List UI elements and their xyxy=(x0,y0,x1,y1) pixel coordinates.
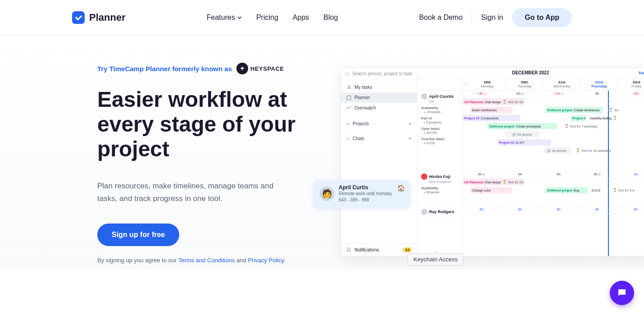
person-1-name: April Courtis xyxy=(429,94,454,99)
p1h4: +2h xyxy=(617,91,644,99)
add-chat-icon[interactable]: + xyxy=(408,135,412,142)
p2h0: 0h xyxy=(463,171,501,179)
p2-avail-l: Availability: xyxy=(421,186,458,190)
task-ux-chat[interactable]: UX PlanneraChat design⏳4h/d for 20 workd… xyxy=(463,99,524,105)
task-meta-5h7: ⏳5h/d for 7 workdays xyxy=(563,123,644,129)
p1-open-v: 30/150 xyxy=(426,131,437,135)
ss-days-header: ‹ 19thMonday 20thTuesday 21stWednsday 22… xyxy=(417,78,644,91)
svg-point-0 xyxy=(346,72,349,75)
nav-apps[interactable]: Apps xyxy=(293,14,309,22)
task-def-wire[interactable]: Defferent projectCreate wireframes xyxy=(545,107,603,113)
search-icon xyxy=(345,72,350,76)
person-3-name: Ray Rodgers xyxy=(429,210,454,214)
ss-today-button[interactable]: Today xyxy=(638,71,644,75)
p2-task-bug[interactable]: Defferent projectBug xyxy=(545,187,588,193)
p2-hours: 0h 0h 0h 0h 3h xyxy=(463,171,644,179)
task-components[interactable]: Project #3Components xyxy=(463,115,520,121)
logo-text: Planner xyxy=(89,12,126,23)
p3h3: 8h xyxy=(578,206,617,214)
chevron-down-icon xyxy=(346,137,350,141)
day-3: 22ndThursday xyxy=(581,78,618,90)
float-line2: 543 - 385 - 990 xyxy=(339,197,392,203)
p1-part-v: 5 projects xyxy=(426,120,442,124)
ss-person-side: April Courtis UX Availability: • -6h/wee… xyxy=(417,91,463,256)
task-board-wf[interactable]: Board wireframes xyxy=(470,107,512,113)
hero-visual: Search person, project or task My tasks … xyxy=(340,63,644,270)
p2h1: 0h xyxy=(501,171,540,179)
task-meta-2h10: ⏳2h/d for 10 workdays xyxy=(574,147,644,154)
nav-pricing[interactable]: Pricing xyxy=(256,14,278,22)
ss-mytasks-label: My tasks xyxy=(354,85,372,90)
keychain-tooltip: Keychain Access xyxy=(408,253,463,265)
p1h1: 0h xyxy=(501,91,540,99)
day-2: 21stWednsday xyxy=(544,78,581,90)
ss-main: DECEMBER 2022 Today ‹ 19thMonday 20thTue… xyxy=(417,68,644,256)
heyspace-icon: ✦ xyxy=(236,63,248,74)
task-uikit[interactable]: Project #3UI KIT xyxy=(497,139,551,146)
lock-icon xyxy=(547,149,550,152)
logo[interactable]: Planner xyxy=(72,11,126,24)
add-project-icon[interactable]: + xyxy=(408,120,412,127)
chevron-down-icon xyxy=(237,16,242,19)
avatar xyxy=(421,93,427,100)
ss-planner[interactable]: Planner xyxy=(341,92,417,103)
heyspace-badge: ✦ HEYSPACE xyxy=(236,63,284,74)
go-to-app-button[interactable]: Go to App xyxy=(512,8,572,27)
task-proto[interactable]: Defferent projectCreate prototypes xyxy=(488,123,557,129)
task-meta-2h: ⏳2h/ xyxy=(607,107,644,113)
ss-planner-label: Planner xyxy=(354,95,370,100)
day-1: 20thTuesday xyxy=(506,78,544,90)
p3-hours: 8h 8h 8h 8h 8h xyxy=(463,206,644,214)
agree-and: and xyxy=(235,257,248,264)
p3h2: 8h xyxy=(540,206,578,214)
task-noaccess-1: No access xyxy=(505,131,540,137)
float-name: April Curtis xyxy=(339,184,392,191)
task-usability[interactable]: Usability testing⏳ xyxy=(588,115,644,121)
signup-button[interactable]: Sign up for free xyxy=(97,224,179,246)
ss-overwatch[interactable]: Overwatch xyxy=(341,103,417,113)
p2-task-color[interactable]: Change color xyxy=(470,187,512,193)
ss-chats-section[interactable]: Chats + xyxy=(341,132,417,145)
svg-rect-5 xyxy=(347,96,351,100)
task-proj-frag[interactable]: Project # xyxy=(571,115,586,121)
float-line1: Remote work until monday xyxy=(339,191,392,197)
ss-notifications[interactable]: Notifications 12 xyxy=(341,243,417,256)
agree-prefix: By signing up you agree to our xyxy=(97,257,178,264)
person-2-name: Hiroko Fuji xyxy=(429,174,450,179)
nav-features[interactable]: Features xyxy=(207,14,242,22)
terms-link[interactable]: Terms and Conditions xyxy=(178,257,235,264)
hero-section: Try TimeCamp Planner formerly known as ✦… xyxy=(0,36,644,270)
ss-notif-label: Notifications xyxy=(354,247,379,252)
task-noaccess-2: No access xyxy=(544,147,571,154)
float-card: 🧑 April Curtis Remote work until monday … xyxy=(313,180,410,208)
p2-task-chat[interactable]: UX PlanneraChat design⏳4h/d for 20 workd… xyxy=(463,179,524,185)
header-actions: Book a Demo Sign in Go to App xyxy=(419,8,572,27)
nav-features-label: Features xyxy=(207,14,235,22)
prev-icon[interactable]: ‹ xyxy=(463,78,469,90)
ss-month: DECEMBER 2022 xyxy=(512,70,549,75)
ss-overwatch-label: Overwatch xyxy=(354,105,376,110)
p3h1: 8h xyxy=(501,206,540,214)
lock-icon xyxy=(512,133,516,136)
book-demo-link[interactable]: Book a Demo xyxy=(419,14,463,22)
ss-body: April Courtis UX Availability: • -6h/wee… xyxy=(417,91,644,256)
p2-tasks: UX PlanneraChat design⏳4h/d for 20 workd… xyxy=(463,179,644,206)
chevron-down-icon xyxy=(346,122,350,126)
logo-icon xyxy=(72,11,85,24)
privacy-link[interactable]: Privacy Policy xyxy=(248,257,284,264)
p1-tasks: UX PlanneraChat design⏳4h/d for 20 workd… xyxy=(463,99,644,171)
calendar-icon xyxy=(346,95,351,100)
p1h2: +1h xyxy=(540,91,578,99)
ss-menu: My tasks Planner Overwatch xyxy=(341,80,417,115)
ss-mytasks[interactable]: My tasks xyxy=(341,82,417,92)
try-prefix: Try TimeCamp Planner formerly known as xyxy=(97,65,232,73)
nav-blog[interactable]: Blog xyxy=(323,14,338,22)
ss-search[interactable]: Search person, project or task xyxy=(341,68,417,80)
p2-bugnum: #1213 xyxy=(590,187,609,193)
ss-projects-section[interactable]: Projects + xyxy=(341,118,417,130)
signin-link[interactable]: Sign in xyxy=(481,14,503,22)
avatar xyxy=(421,173,427,180)
hero-title: Easier workflow at every stage of your p… xyxy=(97,87,313,162)
agree-suffix: . xyxy=(284,257,286,264)
day-4: 23rdFriday xyxy=(618,78,644,90)
